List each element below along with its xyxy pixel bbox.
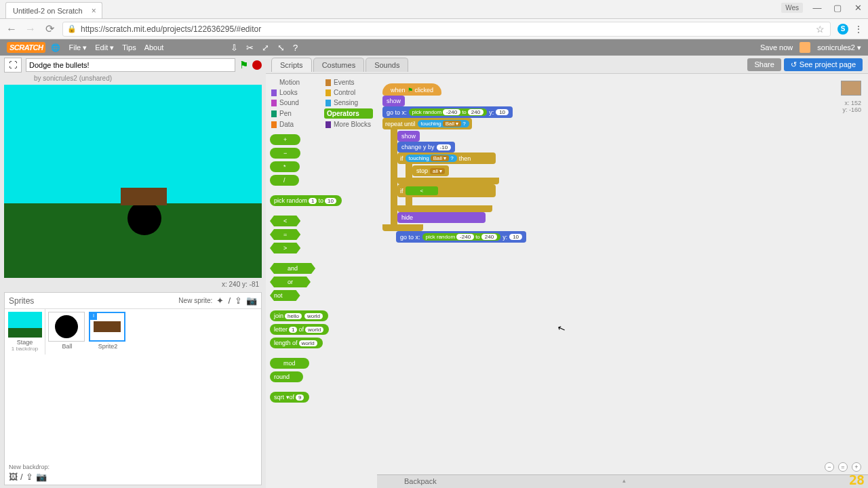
cat-control[interactable]: Control [324,88,373,97]
block-hide[interactable]: hide [397,212,486,223]
sprite-thumb-ball[interactable]: Ball [48,312,86,352]
script-canvas[interactable]: x: 152y: -160 when⚑clicked show go to x:… [377,74,868,488]
new-backdrop-label: New backdrop: [9,464,50,470]
sprite-paint-icon[interactable]: / [228,296,231,306]
info-icon[interactable]: i [90,313,97,320]
sprite-camera-icon[interactable]: 📷 [246,296,257,306]
sprite-library-icon[interactable]: ✦ [216,296,224,306]
tab-scripts[interactable]: Scripts [271,58,312,72]
menu-file[interactable]: File ▾ [68,43,87,52]
block-when-flag[interactable]: when⚑clicked [382,83,441,96]
share-button[interactable]: Share [747,58,781,71]
stop-icon[interactable] [252,60,262,70]
stage-thumbnail[interactable]: Stage 1 backdrop [5,309,45,354]
cat-looks[interactable]: Looks [270,88,319,97]
op-mod[interactable]: mod [270,358,309,369]
block-stop[interactable]: stopall ▾ [412,165,449,176]
see-project-button[interactable]: ↺See project page [784,58,863,71]
save-now[interactable]: Save now [760,43,793,52]
block-if-1[interactable]: iftouchingBall ▾?then [397,152,496,164]
nav-reload-icon[interactable]: ⟳ [43,22,56,35]
block-change-y[interactable]: change y by-10 [397,142,455,152]
op-pick-random[interactable]: pick random1to10 [270,195,342,206]
window-close-icon[interactable]: ✕ [852,3,864,13]
op-or[interactable]: or [270,277,311,287]
url-input[interactable]: 🔒 https://scratch.mit.edu/projects/12263… [62,22,831,37]
zoom-reset-icon[interactable]: = [838,462,848,472]
window-minimize-icon[interactable]: — [811,3,823,13]
op-and[interactable]: and [270,263,315,274]
username[interactable]: sonicrules2 ▾ [817,43,861,52]
cat-more[interactable]: More Blocks [324,120,373,129]
overlay-number: 28 [849,472,864,488]
nav-back-icon[interactable]: ← [5,23,18,35]
menu-edit[interactable]: Edit ▾ [95,43,114,52]
fullscreen-icon[interactable]: ⛶ [4,58,22,73]
op-eq[interactable]: = [270,229,300,240]
backdrop-library-icon[interactable]: 🖼 [9,472,18,482]
op-mul[interactable]: * [270,161,300,172]
op-letter[interactable]: letter1ofworld [270,324,329,335]
script-stack[interactable]: when⚑clicked show go to x: pick random-2… [382,83,526,243]
block-show-2[interactable]: show [397,131,420,142]
cat-events[interactable]: Events [324,78,373,87]
sprite-rectangle[interactable] [121,188,167,205]
user-avatar-icon[interactable] [800,42,810,53]
op-sub[interactable]: − [270,148,300,159]
tool-shrink-icon[interactable]: ⤡ [277,43,285,53]
close-tab-icon[interactable]: × [92,6,96,16]
tool-duplicate-icon[interactable]: ⇩ [231,43,238,53]
window-maximize-icon[interactable]: ▢ [831,3,844,13]
block-goto-2[interactable]: go to x: pick random-240to240 y:10 [396,231,526,243]
tab-costumes[interactable]: Costumes [313,58,365,72]
browser-menu-icon[interactable]: ⋮ [854,24,863,35]
tool-delete-icon[interactable]: ✂ [246,43,254,53]
block-repeat-until[interactable]: repeat untiltouchingBall ▾? [382,118,472,129]
op-join[interactable]: joinhelloworld [270,310,328,321]
browser-tab[interactable]: Untitled-2 on Scratch × [5,2,102,18]
tool-help-icon[interactable]: ? [293,43,298,53]
browser-profile[interactable]: Wes [781,3,803,13]
skype-extension-icon[interactable]: S [837,24,848,35]
block-show[interactable]: show [382,96,405,106]
backdrop-paint-icon[interactable]: / [20,472,23,482]
green-flag-icon[interactable]: ⚑ [239,59,248,71]
cat-data[interactable]: Data [270,120,319,129]
op-sqrt[interactable]: sqrt ▾of9 [270,392,309,403]
globe-icon[interactable]: 🌐 [51,43,60,52]
op-round[interactable]: round [270,371,303,382]
bookmark-star-icon[interactable]: ☆ [816,24,825,35]
menu-tips[interactable]: Tips [122,43,136,52]
op-lt[interactable]: < [270,216,300,226]
sprite-panel: Sprites New sprite: ✦ / ⇪ 📷 Stage 1 back… [4,292,262,485]
tab-title: Untitled-2 on Scratch [13,7,83,15]
block-if-2[interactable]: if < ↖ [397,184,496,197]
sprite-thumb-sprite2[interactable]: i Sprite2 [89,312,127,352]
op-gt[interactable]: > [270,243,300,253]
tool-grow-icon[interactable]: ⤢ [262,43,269,53]
backdrop-upload-icon[interactable]: ⇪ [26,472,33,482]
backpack-bar[interactable]: Backpack [377,474,868,488]
cat-operators[interactable]: Operators [324,108,373,119]
op-length[interactable]: length ofworld [270,338,323,348]
project-title-input[interactable] [26,58,235,72]
tab-sounds[interactable]: Sounds [366,58,408,72]
zoom-in-icon[interactable]: + [852,462,861,472]
backdrop-camera-icon[interactable]: 📷 [36,472,47,482]
scratch-logo[interactable]: SCRATCH [7,42,45,53]
cat-pen[interactable]: Pen [270,108,319,119]
op-div[interactable]: / [270,175,299,186]
sprite-upload-icon[interactable]: ⇪ [235,296,242,306]
cat-sensing[interactable]: Sensing [324,98,373,107]
lock-icon: 🔒 [67,24,77,33]
block-goto-1[interactable]: go to x: pick random-240to240 y:10 [382,106,513,118]
op-add[interactable]: + [270,134,300,145]
op-not[interactable]: not [270,290,300,301]
cat-motion[interactable]: Motion [270,78,319,87]
zoom-out-icon[interactable]: − [825,462,834,472]
stage[interactable] [4,85,262,278]
zoom-controls: − = + [825,462,861,472]
cat-sound[interactable]: Sound [270,98,319,107]
menu-about[interactable]: About [144,43,164,52]
sprite-ball[interactable] [127,201,161,235]
